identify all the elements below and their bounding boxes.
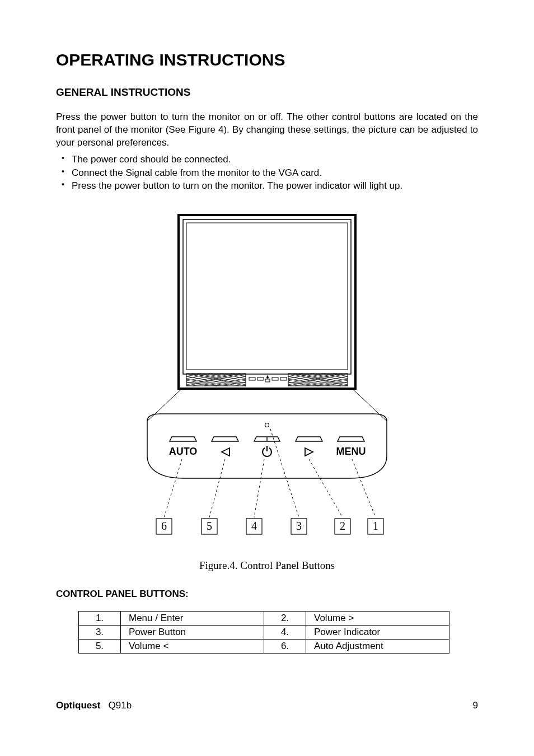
- svg-text:5: 5: [207, 520, 212, 532]
- panel-button-right: [296, 437, 322, 456]
- svg-rect-2: [186, 223, 348, 370]
- page-footer: Optiquest Q91b 9: [56, 700, 478, 711]
- svg-line-60: [254, 459, 264, 517]
- svg-line-49: [351, 388, 387, 421]
- svg-line-48: [147, 388, 183, 421]
- panel-button-left: [212, 437, 238, 456]
- svg-line-58: [164, 459, 182, 517]
- bullet-item: Connect the Signal cable from the monito…: [56, 166, 478, 180]
- svg-text:6: 6: [161, 520, 167, 532]
- cell-label: Volume <: [121, 640, 264, 654]
- page-number: 9: [473, 700, 478, 711]
- cell-num: 1.: [79, 612, 121, 626]
- svg-text:4: 4: [251, 520, 257, 532]
- svg-text:3: 3: [296, 520, 302, 532]
- svg-text:MENU: MENU: [336, 446, 366, 457]
- figure-caption: Figure.4. Control Panel Buttons: [56, 559, 478, 572]
- cell-label: Power Indicator: [306, 626, 449, 640]
- svg-text:AUTO: AUTO: [169, 446, 198, 457]
- footer-model: Q91b: [109, 700, 132, 711]
- figure-container: AUTO MENU 6: [56, 209, 478, 572]
- panel-button-menu: MENU: [336, 437, 366, 457]
- svg-line-62: [309, 459, 343, 517]
- cell-num: 2.: [264, 612, 306, 626]
- table-row: 3. Power Button 4. Power Indicator: [79, 626, 449, 640]
- cell-label: Menu / Enter: [121, 612, 264, 626]
- svg-rect-1: [183, 220, 351, 374]
- bullet-item: The power cord should be connected.: [56, 153, 478, 166]
- svg-text:2: 2: [340, 520, 345, 532]
- svg-rect-42: [257, 377, 264, 380]
- svg-line-61: [270, 429, 299, 517]
- intro-paragraph: Press the power button to turn the monit…: [56, 111, 478, 150]
- cell-num: 3.: [79, 626, 121, 640]
- general-heading: GENERAL INSTRUCTIONS: [56, 86, 478, 99]
- monitor-diagram: AUTO MENU 6: [138, 209, 396, 545]
- svg-rect-41: [249, 377, 255, 380]
- svg-line-59: [209, 459, 225, 517]
- cell-num: 4.: [264, 626, 306, 640]
- cell-label: Volume >: [306, 612, 449, 626]
- table-row: 5. Volume < 6. Auto Adjustment: [79, 640, 449, 654]
- footer-brand: Optiquest: [56, 700, 100, 711]
- cell-label: Power Button: [121, 626, 264, 640]
- svg-rect-0: [179, 215, 355, 389]
- svg-rect-47: [280, 377, 287, 380]
- cell-num: 6.: [264, 640, 306, 654]
- control-panel-table: 1. Menu / Enter 2. Volume > 3. Power But…: [78, 611, 449, 654]
- cell-label: Auto Adjustment: [306, 640, 449, 654]
- panel-button-auto: AUTO: [169, 437, 198, 457]
- page-title: OPERATING INSTRUCTIONS: [56, 50, 478, 69]
- svg-line-63: [352, 459, 376, 517]
- cell-num: 5.: [79, 640, 121, 654]
- control-panel-heading: CONTROL PANEL BUTTONS:: [56, 589, 478, 600]
- svg-rect-45: [265, 379, 270, 382]
- table-row: 1. Menu / Enter 2. Volume >: [79, 612, 449, 626]
- bullet-list: The power cord should be connected. Conn…: [56, 153, 478, 193]
- svg-point-50: [265, 423, 269, 427]
- bullet-item: Press the power button to turn on the mo…: [56, 179, 478, 193]
- svg-text:1: 1: [373, 520, 378, 532]
- svg-rect-46: [272, 377, 278, 380]
